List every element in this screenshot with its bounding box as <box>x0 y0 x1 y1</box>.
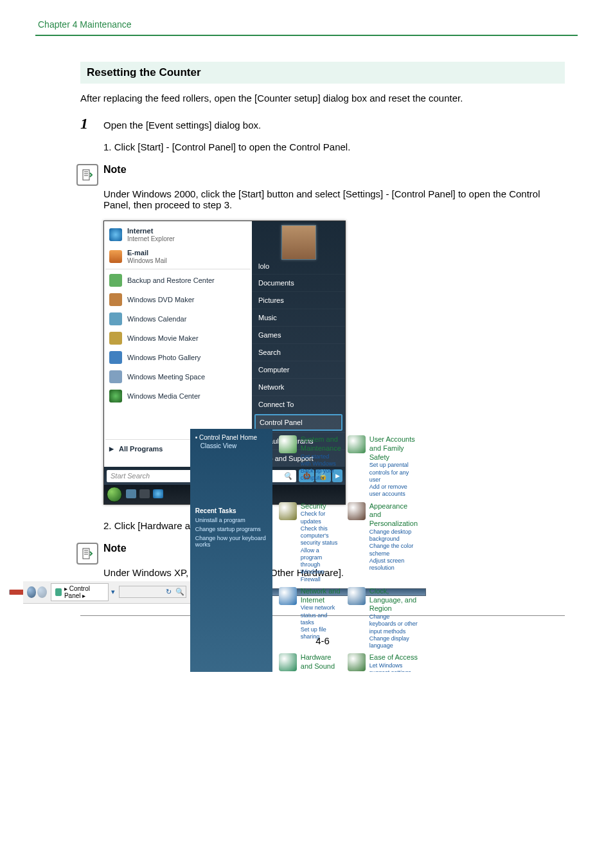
app-icon <box>109 293 122 306</box>
start-item[interactable]: Windows Photo Gallery <box>105 348 251 367</box>
app-icon <box>109 351 122 364</box>
note-body-1: Under Windows 2000, click the [Start] bu… <box>103 188 565 210</box>
start-item-email[interactable]: E-mailWindows Mail <box>105 246 251 267</box>
category-icon <box>348 435 366 453</box>
app-icon <box>109 370 122 383</box>
recent-task[interactable]: Uninstall a program <box>195 517 267 523</box>
category-link[interactable]: Change the color scheme <box>369 543 418 557</box>
category-item[interactable]: SecurityCheck for updatesCheck this comp… <box>279 502 341 583</box>
item-title: E-mail <box>127 249 167 257</box>
category-item[interactable]: Hardware and SoundPlay CDs or other medi… <box>279 653 341 672</box>
tray-icon[interactable] <box>153 489 163 498</box>
category-link[interactable]: Back up your computer <box>301 467 341 482</box>
category-title[interactable]: Security <box>301 502 341 511</box>
control-panel-icon <box>55 588 62 596</box>
close-icon[interactable] <box>10 590 24 595</box>
item-label: Backup and Restore Center <box>127 276 215 284</box>
user-name: lolo <box>252 261 345 274</box>
category-title[interactable]: Hardware and Sound <box>301 653 341 671</box>
note-label: Note <box>103 543 127 554</box>
sidebar-classic-view[interactable]: Classic View <box>195 442 267 449</box>
category-link[interactable]: Check this computer's security status <box>301 525 341 547</box>
maximize-icon[interactable] <box>9 590 23 595</box>
category-item[interactable]: Appearance and PersonalizationChange des… <box>348 502 418 583</box>
right-item[interactable]: Search <box>252 343 345 361</box>
right-item[interactable]: Music <box>252 309 345 326</box>
category-link[interactable]: Allow a program through Windows Firewall <box>301 547 341 583</box>
start-item[interactable]: Windows Meeting Space <box>105 367 251 386</box>
item-label: Windows DVD Maker <box>127 296 195 303</box>
start-item[interactable]: Windows Movie Maker <box>105 329 251 348</box>
item-label: Windows Meeting Space <box>127 373 205 381</box>
category-icon <box>279 587 297 605</box>
right-item[interactable]: Computer <box>252 361 345 378</box>
tray-icon[interactable] <box>126 489 136 498</box>
sidebar-home[interactable]: Control Panel Home <box>195 434 267 441</box>
start-item[interactable]: Windows Calendar <box>105 309 251 329</box>
right-item[interactable]: Network <box>252 378 345 395</box>
mail-icon <box>109 250 122 263</box>
category-link[interactable]: Adjust screen resolution <box>369 557 418 572</box>
app-icon <box>109 312 122 325</box>
search-box[interactable]: ↻ 🔍 <box>119 586 186 598</box>
breadcrumb-text: ▸ Control Panel ▸ <box>64 585 104 599</box>
recent-task[interactable]: Change startup programs <box>195 526 267 532</box>
category-item[interactable]: Ease of AccessLet Windows suggest settin… <box>348 653 418 672</box>
category-item[interactable]: System and MaintenanceGet started with W… <box>279 435 341 498</box>
app-icon <box>109 390 122 402</box>
right-item[interactable]: Games <box>252 326 345 343</box>
category-link[interactable]: Check for updates <box>301 511 341 525</box>
category-link[interactable]: View network status and tasks <box>301 604 341 626</box>
item-sub: Internet Explorer <box>127 235 175 242</box>
category-item[interactable]: Clock, Language, and RegionChange keyboa… <box>348 587 418 650</box>
chapter-header: Chapter 4 Maintenance <box>38 19 578 30</box>
back-button[interactable] <box>27 586 37 598</box>
start-orb-icon[interactable] <box>107 487 122 502</box>
category-title[interactable]: System and Maintenance <box>301 435 341 453</box>
step-text: Open the [Event settings] dialog box. <box>103 120 261 131</box>
item-label: Windows Media Center <box>127 392 200 400</box>
note-label: Note <box>103 164 127 176</box>
recent-task[interactable]: Change how your keyboard works <box>195 535 267 548</box>
right-item[interactable]: Connect To <box>252 395 345 413</box>
category-title[interactable]: Appearance and Personalization <box>369 502 418 529</box>
dropdown-icon[interactable]: ▾ <box>111 588 115 596</box>
start-item[interactable]: Windows Media Center <box>105 386 251 406</box>
category-item[interactable]: Network and InternetView network status … <box>279 587 341 650</box>
category-link[interactable]: Let Windows suggest settings <box>369 662 418 672</box>
control-panel-item[interactable]: Control Panel <box>254 414 342 431</box>
refresh-icon[interactable]: ↻ <box>166 588 172 596</box>
start-item-internet[interactable]: InternetInternet Explorer <box>105 224 251 246</box>
category-link[interactable]: Set up parental controls for any user <box>369 462 418 484</box>
category-link[interactable]: Change desktop background <box>369 529 418 543</box>
app-icon <box>109 332 122 345</box>
start-item[interactable]: Backup and Restore Center <box>105 271 251 290</box>
control-panel-main: System and MaintenanceGet started with W… <box>272 429 424 672</box>
category-link[interactable]: Get started with Windows <box>301 453 341 468</box>
category-icon <box>348 502 366 520</box>
right-item[interactable]: Pictures <box>252 291 345 309</box>
substep-1: 1. Click [Start] - [Control Panel] to op… <box>103 141 565 152</box>
right-item[interactable]: Documents <box>252 274 345 291</box>
tray-icon[interactable] <box>139 489 150 498</box>
search-placeholder: Start Search <box>111 472 150 480</box>
page: Chapter 4 Maintenance Resetting the Coun… <box>0 0 613 672</box>
category-title[interactable]: Ease of Access <box>369 653 418 662</box>
start-item[interactable]: Windows DVD Maker <box>105 290 251 309</box>
category-title[interactable]: Clock, Language, and Region <box>369 587 418 613</box>
category-link[interactable]: Change keyboards or other input methods <box>369 613 418 635</box>
item-label: Windows Movie Maker <box>127 334 199 342</box>
category-title[interactable]: User Accounts and Family Safety <box>369 435 418 462</box>
category-link[interactable]: Add or remove user accounts <box>369 484 418 498</box>
note-icon <box>76 164 98 186</box>
category-icon <box>279 502 297 520</box>
category-link[interactable]: Play CDs or other media automatically <box>301 671 341 672</box>
forward-button[interactable] <box>37 586 47 598</box>
header-rule <box>35 35 578 36</box>
category-item[interactable]: User Accounts and Family SafetySet up pa… <box>348 435 418 498</box>
breadcrumb[interactable]: ▸ Control Panel ▸ <box>51 583 109 601</box>
search-icon: 🔍 <box>175 588 184 596</box>
category-link[interactable]: Change display language <box>369 635 418 650</box>
ie-icon <box>109 228 122 241</box>
category-title[interactable]: Network and Internet <box>301 587 341 605</box>
